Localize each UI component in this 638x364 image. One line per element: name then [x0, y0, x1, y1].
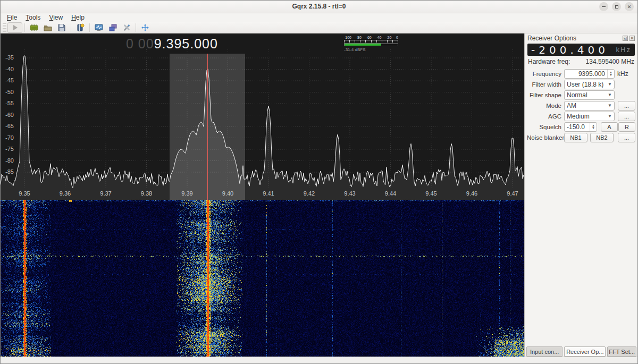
filter-shape-label: Filter shape	[527, 92, 564, 98]
menu-tools[interactable]: Tools	[21, 13, 45, 22]
menu-file[interactable]: File	[3, 13, 21, 22]
squelch-auto-button[interactable]: A	[601, 122, 618, 132]
tuning-line[interactable]	[207, 54, 208, 200]
tools-button[interactable]	[120, 22, 133, 33]
maximize-button[interactable]	[612, 2, 621, 11]
bookmark-icon	[76, 23, 85, 32]
nb-options-button[interactable]: ...	[618, 133, 635, 142]
play-icon	[11, 23, 19, 32]
panel-title: Receiver Options	[527, 35, 576, 42]
nb1-button[interactable]: NB1	[564, 133, 587, 142]
windows-icon	[108, 23, 117, 32]
squelch-label: Squelch	[527, 124, 564, 130]
frequency-value[interactable]: 9395.000	[565, 70, 607, 78]
dock-tab-bar: Input con... Receiver Op... FFT Set...	[526, 346, 636, 357]
y-axis-label: -40	[5, 66, 21, 72]
crosshair-icon	[141, 23, 149, 32]
chip-icon	[29, 23, 39, 32]
x-axis-label: 9.35	[19, 190, 30, 197]
y-axis-label: -80	[5, 157, 21, 164]
tab-fft-settings[interactable]: FFT Set...	[607, 346, 636, 357]
x-axis-label: 9.36	[60, 190, 71, 197]
agc-options-button[interactable]: ...	[618, 112, 635, 121]
toolbar-separator	[136, 23, 136, 32]
waterfall-display[interactable]	[1, 200, 524, 358]
x-axis-label: 9.37	[100, 190, 111, 197]
windows-button[interactable]	[106, 22, 120, 33]
nb2-button[interactable]: NB2	[590, 133, 614, 142]
offset-frequency-display[interactable]: -200.400 kHz	[527, 44, 635, 56]
menu-view[interactable]: View	[45, 13, 67, 22]
filter-width-label: Filter width	[527, 81, 564, 88]
x-axis-label: 9.42	[304, 190, 315, 197]
plot-area: 0 009.395.000 -100-80-60-40-200 -31.4 dB…	[1, 33, 524, 358]
open-settings-button[interactable]	[41, 22, 55, 33]
agc-label: AGC	[527, 113, 564, 120]
dock-title-bar: Receiver Options ◱ ✕	[525, 33, 637, 43]
chevron-down-icon: ▼	[608, 82, 612, 87]
squelch-reset-button[interactable]: R	[618, 122, 635, 132]
dock-float-icon[interactable]: ◱	[623, 36, 628, 41]
hardware-freq-label: Hardware freq:	[528, 58, 570, 65]
toolbar-separator	[89, 23, 90, 32]
y-axis-label: -65	[5, 123, 21, 129]
y-axis-label: -85	[5, 168, 21, 175]
x-axis-label: 9.38	[141, 190, 152, 197]
spinner-arrows-icon[interactable]: ▲▼	[590, 123, 597, 131]
spectrum-plot[interactable]: 0 009.395.000 -100-80-60-40-200 -31.4 dB…	[1, 33, 524, 200]
frequency-digits-dim: 0 00	[126, 36, 154, 51]
meter-tick-label: -40	[376, 36, 381, 40]
spinner-arrows-icon[interactable]: ▲▼	[607, 70, 614, 78]
start-dsp-button[interactable]	[7, 22, 22, 33]
menu-bar: File Tools View Help	[1, 13, 637, 22]
bookmarks-button[interactable]	[73, 22, 87, 33]
dbfs-meter-ruler	[344, 40, 398, 43]
dbfs-meter-scale: -100-80-60-40-200	[344, 36, 398, 40]
filter-shape-select[interactable]: Normal ▼	[564, 90, 615, 100]
tab-receiver-options[interactable]: Receiver Op...	[564, 346, 606, 357]
mode-select[interactable]: AM ▼	[564, 101, 615, 111]
gqrx-window: Gqrx 2.15.8 - rtl=0 ✕ File Tools View He…	[0, 0, 638, 364]
filter-width-select[interactable]: User (18.8 k) ▼	[564, 80, 615, 89]
x-axis-label: 9.39	[181, 190, 192, 197]
frequency-digits-bright: 9.395.000	[154, 36, 218, 51]
frequency-digits-overlay[interactable]: 0 009.395.000	[126, 36, 218, 52]
dbfs-meter-bar	[344, 43, 398, 46]
y-axis-label: -35	[5, 54, 21, 61]
y-axis-label: -75	[5, 146, 21, 152]
x-axis-label: 9.45	[425, 190, 436, 197]
squelch-value[interactable]: -150.0 dB	[565, 123, 590, 131]
save-settings-button[interactable]	[55, 22, 69, 33]
y-axis-label: -60	[5, 112, 21, 118]
toolbar-separator	[71, 23, 71, 32]
signal-monitor-button[interactable]	[92, 22, 106, 33]
tab-input-controls[interactable]: Input con...	[526, 346, 563, 357]
title-bar[interactable]: Gqrx 2.15.8 - rtl=0 ✕	[1, 1, 637, 13]
mode-label: Mode	[527, 103, 564, 109]
mode-options-button[interactable]: ...	[618, 101, 635, 111]
frequency-spinbox[interactable]: 9395.000 ▲▼	[564, 69, 615, 79]
y-axis-label: -70	[5, 134, 21, 141]
hardware-freq-value: 134.595400 MHz	[586, 58, 634, 65]
y-axis-label: -55	[5, 100, 21, 106]
floppy-icon	[57, 23, 66, 32]
agc-select[interactable]: Medium ▼	[564, 112, 615, 121]
x-axis-label: 9.44	[385, 190, 396, 197]
toolbar-grip[interactable]	[3, 23, 6, 32]
menu-help[interactable]: Help	[67, 13, 89, 22]
close-button[interactable]: ✕	[625, 2, 634, 11]
x-axis-label: 9.46	[466, 190, 477, 197]
meter-tick-label: -100	[344, 36, 351, 40]
chevron-down-icon: ▼	[608, 114, 612, 118]
dock-close-icon[interactable]: ✕	[629, 36, 635, 41]
x-axis-label: 9.41	[263, 190, 274, 197]
minimize-button[interactable]	[599, 2, 608, 11]
fullscreen-button[interactable]	[138, 22, 152, 33]
meter-tick-label: -60	[366, 36, 372, 40]
dbfs-meter: -100-80-60-40-200 -31.4 dBFS	[344, 36, 398, 52]
meter-tick-label: 0	[396, 36, 398, 40]
noise-blanker-label: Noise blanker	[527, 134, 564, 141]
io-devices-button[interactable]	[27, 22, 41, 33]
squelch-spinbox[interactable]: -150.0 dB ▲▼	[564, 122, 597, 132]
y-axis-label: -50	[5, 89, 21, 95]
